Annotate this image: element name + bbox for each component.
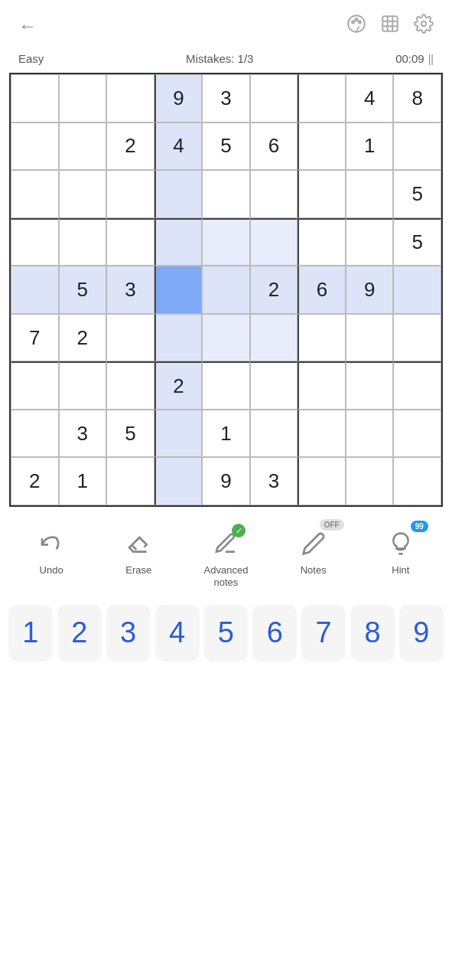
table-row[interactable] bbox=[11, 170, 59, 218]
table-row[interactable] bbox=[106, 74, 154, 122]
table-row[interactable] bbox=[59, 74, 107, 122]
table-row[interactable]: 1 bbox=[346, 122, 394, 171]
numpad-button-7[interactable]: 7 bbox=[302, 605, 345, 660]
table-row[interactable] bbox=[298, 457, 346, 505]
table-row[interactable]: 6 bbox=[298, 266, 346, 314]
table-row[interactable]: 2 bbox=[250, 266, 298, 314]
table-row[interactable] bbox=[250, 74, 298, 122]
table-row[interactable] bbox=[154, 170, 203, 218]
table-row[interactable]: 5 bbox=[393, 218, 441, 266]
table-row[interactable]: 9 bbox=[346, 266, 394, 314]
table-row[interactable] bbox=[59, 361, 107, 410]
table-row[interactable] bbox=[106, 170, 154, 218]
numpad-button-3[interactable]: 3 bbox=[107, 605, 150, 660]
table-row[interactable]: 2 bbox=[106, 122, 154, 171]
table-row[interactable] bbox=[250, 314, 298, 362]
table-row[interactable] bbox=[154, 266, 203, 314]
table-row[interactable] bbox=[154, 410, 203, 458]
table-row[interactable] bbox=[250, 410, 298, 458]
table-row[interactable] bbox=[393, 122, 441, 171]
table-row[interactable]: 5 bbox=[59, 266, 107, 314]
table-row[interactable] bbox=[393, 361, 441, 410]
table-row[interactable] bbox=[346, 170, 394, 218]
numpad-button-1[interactable]: 1 bbox=[9, 605, 52, 660]
table-row[interactable] bbox=[346, 314, 394, 362]
numpad-button-4[interactable]: 4 bbox=[156, 605, 199, 660]
table-row[interactable] bbox=[106, 361, 154, 410]
table-row[interactable] bbox=[11, 266, 59, 314]
table-row[interactable] bbox=[11, 74, 59, 122]
table-row[interactable]: 9 bbox=[154, 74, 203, 122]
table-row[interactable] bbox=[298, 314, 346, 362]
undo-button[interactable]: Undo bbox=[24, 527, 78, 577]
table-row[interactable] bbox=[298, 218, 346, 266]
table-row[interactable] bbox=[298, 170, 346, 218]
table-row[interactable]: 1 bbox=[202, 410, 250, 458]
numpad-button-5[interactable]: 5 bbox=[204, 605, 247, 660]
table-row[interactable] bbox=[11, 361, 59, 410]
numpad-button-9[interactable]: 9 bbox=[400, 605, 443, 660]
table-row[interactable] bbox=[11, 122, 59, 171]
numpad-button-2[interactable]: 2 bbox=[58, 605, 101, 660]
table-row[interactable]: 3 bbox=[250, 457, 298, 505]
table-row[interactable] bbox=[59, 218, 107, 266]
numpad-button-8[interactable]: 8 bbox=[351, 605, 394, 660]
export-icon[interactable] bbox=[380, 14, 400, 38]
table-row[interactable] bbox=[106, 314, 154, 362]
table-row[interactable]: 9 bbox=[202, 457, 250, 505]
table-row[interactable]: 2 bbox=[59, 314, 107, 362]
table-row[interactable] bbox=[346, 457, 394, 505]
table-row[interactable] bbox=[393, 266, 441, 314]
table-row[interactable]: 4 bbox=[346, 74, 394, 122]
table-row[interactable] bbox=[346, 410, 394, 458]
table-row[interactable] bbox=[11, 410, 59, 458]
table-row[interactable]: 5 bbox=[202, 122, 250, 171]
numpad-button-6[interactable]: 6 bbox=[253, 605, 296, 660]
table-row[interactable]: 2 bbox=[154, 361, 203, 410]
table-row[interactable]: 5 bbox=[393, 170, 441, 218]
table-row[interactable] bbox=[250, 361, 298, 410]
advanced-notes-button[interactable]: Advancednotes bbox=[199, 527, 252, 588]
table-row[interactable]: 3 bbox=[202, 74, 250, 122]
table-row[interactable] bbox=[202, 170, 250, 218]
table-row[interactable]: 1 bbox=[59, 457, 107, 505]
table-row[interactable]: 7 bbox=[11, 314, 59, 362]
table-row[interactable]: 4 bbox=[154, 122, 203, 171]
table-row[interactable] bbox=[154, 457, 203, 505]
sudoku-grid[interactable]: 93482456155532697223512193 bbox=[9, 73, 443, 507]
table-row[interactable] bbox=[202, 218, 250, 266]
table-row[interactable] bbox=[106, 218, 154, 266]
table-row[interactable] bbox=[202, 266, 250, 314]
table-row[interactable] bbox=[298, 361, 346, 410]
back-button[interactable]: ← bbox=[18, 15, 37, 37]
settings-icon[interactable] bbox=[414, 14, 434, 38]
palette-icon[interactable] bbox=[346, 14, 366, 38]
table-row[interactable] bbox=[393, 314, 441, 362]
table-row[interactable] bbox=[106, 457, 154, 505]
table-row[interactable] bbox=[59, 170, 107, 218]
table-row[interactable] bbox=[250, 218, 298, 266]
table-row[interactable] bbox=[298, 122, 346, 171]
table-row[interactable]: 2 bbox=[11, 457, 59, 505]
erase-button[interactable]: Erase bbox=[112, 527, 165, 577]
table-row[interactable] bbox=[346, 218, 394, 266]
table-row[interactable] bbox=[298, 74, 346, 122]
table-row[interactable] bbox=[59, 122, 107, 171]
table-row[interactable] bbox=[202, 361, 250, 410]
table-row[interactable] bbox=[250, 170, 298, 218]
notes-button[interactable]: OFF Notes bbox=[287, 527, 340, 577]
table-row[interactable]: 3 bbox=[59, 410, 107, 458]
table-row[interactable]: 3 bbox=[106, 266, 154, 314]
table-row[interactable] bbox=[202, 314, 250, 362]
table-row[interactable]: 5 bbox=[106, 410, 154, 458]
hint-button[interactable]: 99 Hint bbox=[374, 527, 428, 577]
table-row[interactable]: 6 bbox=[250, 122, 298, 171]
table-row[interactable] bbox=[154, 314, 203, 362]
table-row[interactable] bbox=[298, 410, 346, 458]
table-row[interactable] bbox=[393, 457, 441, 505]
table-row[interactable] bbox=[346, 361, 394, 410]
table-row[interactable]: 8 bbox=[393, 74, 441, 122]
table-row[interactable] bbox=[393, 410, 441, 458]
table-row[interactable] bbox=[11, 218, 59, 266]
table-row[interactable] bbox=[154, 218, 203, 266]
